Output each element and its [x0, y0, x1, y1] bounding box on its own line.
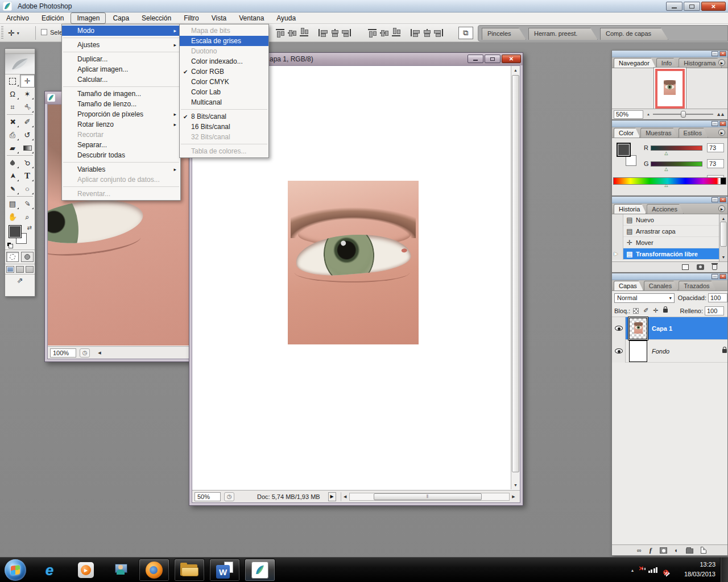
adjustment-layer-icon[interactable]: ◐ [675, 547, 679, 554]
internet-explorer-icon[interactable]: e [40, 561, 59, 579]
layer-row-fondo[interactable]: Fondo [612, 340, 727, 363]
doc-minimize-button[interactable] [468, 55, 483, 63]
tool-eyedropper[interactable]: ✑ [20, 197, 35, 210]
zoom-slider-thumb[interactable] [681, 111, 686, 118]
lock-all-icon[interactable] [663, 309, 668, 313]
tab-navegador[interactable]: Navegador [614, 58, 656, 68]
tab-estilos[interactable]: Estilos [679, 128, 708, 138]
panel-minimize-button[interactable]: — [712, 274, 718, 279]
tool-pen[interactable]: ✒ [5, 182, 20, 196]
taskbar-explorer-button[interactable] [174, 559, 205, 581]
new-group-icon[interactable] [686, 548, 693, 554]
align-bottom-icon[interactable] [300, 29, 308, 36]
taskbar-photoshop-button[interactable] [245, 559, 275, 581]
eye-icon[interactable] [615, 326, 623, 331]
panel-minimize-button[interactable]: — [712, 51, 718, 56]
doc-maximize-button[interactable] [485, 55, 500, 63]
panel-close-button[interactable]: ✕ [719, 51, 726, 56]
panel-minimize-button[interactable]: — [712, 121, 718, 126]
historia-scrollbar[interactable]: ▲ ▼ [719, 214, 727, 261]
menu-item-calcular[interactable]: Calcular... [62, 74, 180, 85]
menu-item-16-bits-canal[interactable]: 16 Bits/canal [180, 122, 268, 132]
scroll-right-icon[interactable]: ▶ [510, 493, 518, 501]
background-doc-zoom-field[interactable]: 100% [50, 348, 76, 357]
tool-notes[interactable]: ▤ [5, 197, 20, 210]
delete-state-icon[interactable] [712, 264, 717, 270]
layer-thumbnail[interactable] [629, 318, 647, 339]
align-right-icon[interactable] [342, 29, 351, 36]
menu-item-modo[interactable]: Modo▸ [62, 26, 180, 36]
foreground-color-swatch[interactable] [9, 225, 22, 238]
green-value-field[interactable]: 73 [707, 159, 724, 168]
foreground-color-swatch[interactable] [617, 143, 631, 157]
horizontal-scroll-track[interactable]: ⦀ [349, 493, 510, 501]
app-maximize-button[interactable] [684, 2, 700, 11]
tool-blur[interactable] [5, 156, 20, 169]
panel-menu-icon[interactable]: ▶ [718, 59, 725, 66]
tool-rectangular-marquee[interactable] [5, 74, 20, 88]
scroll-down-icon[interactable]: ▼ [719, 253, 727, 261]
tool-slice[interactable]: ✄ [20, 101, 35, 114]
fill-field[interactable]: 100 [705, 306, 724, 315]
tab-pinceles[interactable]: Pinceles [482, 28, 526, 40]
tool-brush[interactable]: ✐ [20, 115, 35, 128]
layer-row-capa-1[interactable]: Capa 1 [612, 317, 727, 340]
new-snapshot-icon[interactable] [697, 264, 704, 270]
history-source-well[interactable] [612, 226, 623, 237]
menu-edicion[interactable]: Edición [36, 13, 69, 23]
menu-item-tamano-de-imagen[interactable]: Tamaño de imagen... [62, 89, 180, 99]
navegador-thumbnail[interactable] [653, 67, 686, 110]
tab-capas[interactable]: Capas [614, 281, 643, 290]
distribute-left-icon[interactable] [411, 29, 419, 36]
panel-titlebar[interactable]: — ✕ [612, 273, 727, 280]
scroll-up-icon[interactable]: ▲ [511, 66, 520, 74]
align-hcenter-icon[interactable] [330, 29, 339, 36]
messenger-icon[interactable] [111, 561, 131, 579]
history-state-mover[interactable]: ✛ Mover [612, 237, 727, 248]
app-minimize-button[interactable] [666, 2, 682, 11]
default-colors-icon[interactable] [7, 243, 13, 248]
menu-imagen[interactable]: Imagen [71, 13, 106, 24]
menu-item-aplicar-imagen[interactable]: Aplicar imagen... [62, 64, 180, 74]
tool-dodge[interactable]: ⚲ [20, 156, 35, 169]
menu-item-multicanal[interactable]: Multicanal [180, 97, 268, 107]
panel-close-button[interactable]: ✕ [719, 121, 726, 126]
tool-type[interactable]: T [20, 169, 35, 182]
zoom-in-icon[interactable]: ▲▲ [716, 111, 724, 117]
tool-eraser[interactable]: ▰ [5, 142, 20, 155]
menu-filtro[interactable]: Filtro [178, 13, 205, 23]
workspace-icon[interactable]: ⧉ [458, 27, 473, 39]
panel-minimize-button[interactable]: — [712, 197, 718, 202]
zoom-slider-track[interactable] [653, 114, 713, 115]
taskbar-word-button[interactable]: W [209, 559, 240, 581]
lock-position-icon[interactable]: ✛ [653, 307, 658, 314]
taskbar-firefox-button[interactable] [139, 559, 169, 581]
tool-lasso[interactable]: Ω [5, 88, 20, 101]
horizontal-scroll-thumb[interactable]: ⦀ [374, 493, 482, 500]
vertical-scrollbar[interactable]: ▲ ▼ [511, 66, 520, 489]
tool-history-brush[interactable]: ↺ [20, 128, 35, 142]
menu-item-8-bits-canal[interactable]: ✔8 Bits/canal [180, 111, 268, 122]
panel-menu-icon[interactable]: ▶ [718, 205, 725, 212]
menu-item-color-indexado[interactable]: Color indexado... [180, 56, 268, 66]
scroll-left-icon[interactable]: ◀ [96, 349, 104, 357]
auto-select-checkbox[interactable] [41, 29, 47, 35]
eye-icon[interactable] [615, 348, 623, 354]
slider-thumb-icon[interactable]: △ [664, 151, 668, 156]
visibility-well[interactable] [612, 340, 626, 363]
tab-trazados[interactable]: Trazados [679, 281, 715, 290]
menu-item-color-cmyk[interactable]: Color CMYK [180, 77, 268, 87]
history-source-well[interactable] [612, 214, 623, 226]
lock-transparency-icon[interactable] [633, 308, 639, 314]
menu-item-color-lab[interactable]: Color Lab [180, 87, 268, 97]
panel-menu-icon[interactable]: ▶ [718, 129, 725, 136]
menu-item-rotar-lienzo[interactable]: Rotar lienzo▸ [62, 119, 180, 130]
panel-titlebar[interactable]: — ✕ [612, 197, 727, 203]
menu-item-separar[interactable]: Separar... [62, 140, 180, 150]
tab-color[interactable]: Color [614, 128, 640, 138]
align-top-icon[interactable] [276, 29, 284, 36]
align-left-icon[interactable] [318, 29, 327, 36]
layer-name[interactable]: Fondo [652, 348, 669, 355]
tab-muestras[interactable]: Muestras [640, 128, 677, 138]
panel-close-button[interactable]: ✕ [719, 197, 726, 202]
